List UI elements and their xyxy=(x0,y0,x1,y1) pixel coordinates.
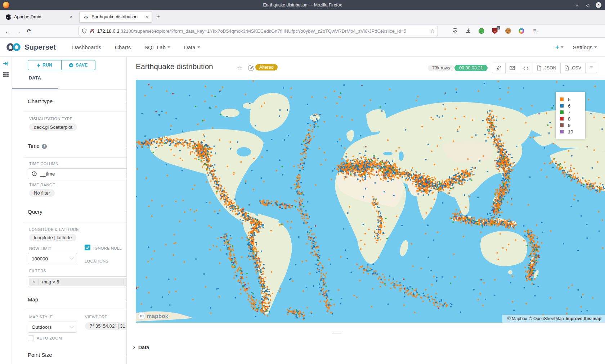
legend-swatch xyxy=(560,110,564,114)
nav-charts[interactable]: Charts xyxy=(115,44,131,50)
legend-row[interactable]: 9 xyxy=(560,122,581,128)
section-chart-type[interactable]: Chart type xyxy=(28,98,127,104)
section-time[interactable]: Timei xyxy=(28,143,127,149)
mapbox-logo-icon: m xyxy=(138,312,145,320)
mapbox-attribution-link[interactable]: © Mapbox xyxy=(507,316,527,321)
chart-menu-button[interactable]: ≡ xyxy=(586,63,597,73)
legend-row[interactable]: 6 xyxy=(560,103,581,109)
nav-settings[interactable]: Settings xyxy=(573,44,597,50)
tab-close-icon[interactable]: × xyxy=(70,14,72,19)
edit-properties-icon[interactable] xyxy=(248,65,254,72)
insecure-lock-icon[interactable] xyxy=(90,28,94,34)
druid-favicon-icon xyxy=(6,14,11,20)
email-button[interactable] xyxy=(506,63,519,73)
superset-navbar: Superset Dashboards Charts SQL Lab Data … xyxy=(0,38,605,57)
dataset-grid-icon[interactable] xyxy=(3,72,9,78)
url-path: :32108/superset/explore/?form_data_key=1… xyxy=(119,28,406,34)
export-csv-button[interactable]: x .CSV xyxy=(561,63,586,73)
legend-swatch xyxy=(560,123,564,127)
panel-resize-handle[interactable] xyxy=(332,332,341,335)
extension-green-icon[interactable] xyxy=(478,28,485,34)
browser-menu-icon[interactable]: ≡ xyxy=(532,28,538,34)
section-map[interactable]: Map xyxy=(28,296,127,302)
nav-dashboards[interactable]: Dashboards xyxy=(72,44,101,50)
tab-label: Apache Druid xyxy=(14,14,68,19)
shield-icon[interactable] xyxy=(82,28,87,34)
new-tab-button[interactable]: + xyxy=(156,13,160,21)
pinwheel-extension-icon[interactable] xyxy=(518,28,525,34)
viewport-label: VIEWPORT xyxy=(85,315,107,319)
deckgl-scatter-map[interactable]: 5678910 m mapbox © Mapbox © OpenStreetMa… xyxy=(136,80,605,323)
visualization-type-value[interactable]: deck.gl Scatterplot xyxy=(29,123,77,131)
browser-titlebar: Earthquake distribution — Mozilla Firefo… xyxy=(0,0,605,10)
forward-button[interactable]: → xyxy=(13,28,24,34)
map-style-select[interactable]: Outdoors xyxy=(28,322,77,333)
save-button[interactable]: SAVE xyxy=(62,60,95,70)
filter-chip[interactable]: × mag > 5 › xyxy=(29,278,127,286)
tab-earthquake-distribution[interactable]: ∞ Earthquake distribution × xyxy=(79,11,152,23)
adblocker-badge: 2 xyxy=(497,26,500,29)
osm-attribution-link[interactable]: © OpenStreetMap xyxy=(529,316,564,321)
link-icon xyxy=(496,65,501,70)
tab-label: Earthquake distribution xyxy=(91,14,143,19)
tab-close-icon[interactable]: × xyxy=(145,14,148,19)
legend-label: 9 xyxy=(568,123,570,128)
checkbox-unchecked-icon[interactable] xyxy=(28,335,33,341)
nav-sql-lab[interactable]: SQL Lab xyxy=(144,44,170,50)
downloads-icon[interactable] xyxy=(465,28,471,34)
legend-row[interactable]: 8 xyxy=(560,115,581,122)
auto-zoom-control[interactable]: AUTO ZOOM xyxy=(28,335,62,341)
checkbox-checked-icon[interactable] xyxy=(85,245,90,250)
altered-badge: Altered xyxy=(255,64,278,70)
nav-data[interactable]: Data xyxy=(184,44,200,50)
row-limit-select[interactable]: 100000 xyxy=(28,253,77,264)
pocket-shield-icon[interactable] xyxy=(452,28,458,34)
reload-button[interactable]: ⟳ xyxy=(24,28,35,34)
legend-label: 10 xyxy=(568,129,573,135)
cookie-extension-icon[interactable] xyxy=(505,28,511,34)
ignore-null-locations-control[interactable]: IGNORE NULLLOCATIONS xyxy=(85,245,127,264)
embed-code-button[interactable] xyxy=(519,63,533,73)
improve-map-link[interactable]: Improve this map xyxy=(566,316,601,321)
window-close-button[interactable]: × xyxy=(596,2,601,8)
tab-data[interactable]: DATA xyxy=(12,76,58,81)
favorite-star-icon[interactable]: ☆ xyxy=(237,64,243,72)
tabs-divider xyxy=(12,89,127,90)
section-query[interactable]: Query xyxy=(28,209,127,215)
browser-urlbar-row: ← → ⟳ 172.18.0.3:32108/superset/explore/… xyxy=(0,24,605,38)
chevron-down-icon xyxy=(70,256,73,260)
filter-text: mag > 5 xyxy=(39,279,123,285)
filters-label: FILTERS xyxy=(29,269,46,273)
export-json-button[interactable]: .JSON xyxy=(533,63,561,73)
run-button[interactable]: RUN xyxy=(28,60,62,70)
back-button[interactable]: ← xyxy=(2,28,13,34)
mapbox-logo[interactable]: m mapbox xyxy=(138,312,168,320)
legend-swatch xyxy=(560,97,564,101)
remove-filter-icon[interactable]: × xyxy=(29,279,39,285)
adblocker-shield-icon[interactable]: u 2 xyxy=(492,28,498,34)
window-minimize-button[interactable]: ⌄ xyxy=(574,2,580,8)
expand-datasource-panel-icon[interactable] xyxy=(3,61,9,66)
clock-icon xyxy=(32,171,37,176)
chevron-right-icon[interactable]: › xyxy=(123,279,127,285)
time-range-value[interactable]: No filter xyxy=(29,189,55,197)
legend-row[interactable]: 10 xyxy=(560,128,581,135)
url-host: 172.18.0.3 xyxy=(97,28,119,34)
chart-title: Earthquake distribution xyxy=(136,62,213,71)
code-brackets-icon xyxy=(523,66,529,70)
legend-row[interactable]: 5 xyxy=(560,96,581,103)
add-new-button[interactable]: + xyxy=(555,43,564,51)
window-maximize-button[interactable]: ◇ xyxy=(585,2,591,8)
tab-apache-druid[interactable]: Apache Druid × xyxy=(2,11,76,23)
superset-brand[interactable]: Superset xyxy=(6,42,56,52)
browser-tabstrip: Apache Druid × ∞ Earthquake distribution… xyxy=(0,10,605,24)
legend-row[interactable]: 7 xyxy=(560,109,581,115)
url-input[interactable]: 172.18.0.3:32108/superset/explore/?form_… xyxy=(79,26,438,36)
lonlat-value[interactable]: longitude | latitude xyxy=(29,234,76,241)
viewport-value[interactable]: 7° 35' 54.02" | 31... xyxy=(85,322,127,330)
copy-link-button[interactable] xyxy=(492,63,506,73)
time-column-select[interactable]: __time xyxy=(28,168,127,179)
section-point-size[interactable]: Point Size xyxy=(28,352,127,358)
bookmark-star-icon[interactable]: ☆ xyxy=(430,28,435,34)
data-section-toggle[interactable]: Data xyxy=(127,340,605,355)
